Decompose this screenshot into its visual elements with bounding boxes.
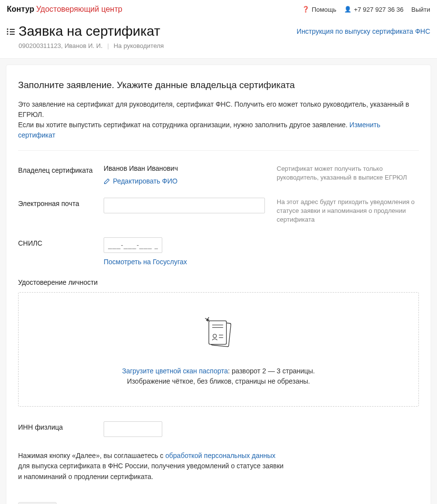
email-hint: На этот адрес будут приходить уведомлени…: [265, 198, 419, 225]
svg-rect-1: [209, 321, 226, 344]
email-label: Электронная почта: [18, 198, 104, 207]
user-icon: 👤: [344, 6, 351, 13]
list-icon[interactable]: [7, 27, 15, 35]
owner-label: Владелец сертификата: [18, 164, 104, 174]
logout-label: Выйти: [412, 6, 431, 13]
instruction-link[interactable]: Инструкция по выпуску сертификата ФНС: [297, 27, 430, 35]
upload-link[interactable]: Загрузите цветной скан паспорта: [122, 367, 228, 375]
crumb-role: На руководителя: [113, 42, 164, 49]
snils-input[interactable]: [104, 237, 162, 253]
logo[interactable]: Контур Удостоверяющий центр: [7, 5, 122, 14]
email-input[interactable]: [104, 198, 265, 213]
page-title: Заявка на сертификат: [19, 23, 160, 39]
passport-icon: [204, 317, 233, 351]
inn-input[interactable]: [104, 421, 162, 437]
identity-label: Удостоверение личности: [18, 278, 419, 286]
phone-link[interactable]: 👤 +7 927 927 36 36: [344, 6, 404, 13]
pencil-icon: [104, 178, 110, 184]
form-intro: Это заявление на сертификат для руководи…: [18, 99, 419, 140]
help-icon: ❓: [302, 6, 309, 13]
help-label: Помощь: [312, 6, 336, 13]
inn-row: ИНН физлица: [18, 421, 419, 437]
logo-product: Удостоверяющий центр: [36, 5, 122, 14]
next-button[interactable]: Далее: [18, 502, 57, 504]
snils-label: СНИЛС: [18, 237, 104, 247]
edit-fio-link[interactable]: Редактировать ФИО: [104, 177, 265, 185]
divider: [18, 150, 419, 151]
consent-link[interactable]: обработкой персональных данных: [165, 452, 275, 459]
phone-label: +7 927 927 36 36: [354, 6, 404, 13]
owner-name: Иванов Иван Иванович: [104, 164, 265, 172]
breadcrumb: 090200311123, Иванов И. И. | На руководи…: [19, 42, 430, 49]
logout-link[interactable]: Выйти: [412, 6, 431, 13]
consent-text: Нажимая кнопку «Далее», вы соглашаетесь …: [18, 451, 287, 482]
upload-text: Загрузите цветной скан паспорта: разворо…: [28, 366, 409, 387]
email-row: Электронная почта На этот адрес будут пр…: [18, 198, 419, 225]
topbar-right: ❓ Помощь 👤 +7 927 927 36 36 Выйти: [302, 6, 430, 13]
form-panel: Заполните заявление. Укажите данные влад…: [6, 65, 431, 504]
form-title: Заполните заявление. Укажите данные влад…: [18, 80, 419, 91]
topbar: Контур Удостоверяющий центр ❓ Помощь 👤 +…: [0, 0, 437, 19]
upload-area[interactable]: Загрузите цветной скан паспорта: разворо…: [18, 292, 419, 407]
owner-hint: Сертификат может получить только руковод…: [265, 164, 419, 182]
inn-label: ИНН физлица: [18, 421, 104, 431]
snils-row: СНИЛС Посмотреть на Госуслугах: [18, 237, 419, 266]
help-link[interactable]: ❓ Помощь: [302, 6, 336, 13]
logo-brand: Контур: [7, 5, 34, 14]
crumb-id: 090200311123, Иванов И. И.: [19, 42, 103, 49]
page-header: Заявка на сертификат Инструкция по выпус…: [0, 19, 437, 59]
gosuslugi-link[interactable]: Посмотреть на Госуслугах: [104, 258, 187, 266]
owner-row: Владелец сертификата Иванов Иван Иванови…: [18, 164, 419, 185]
